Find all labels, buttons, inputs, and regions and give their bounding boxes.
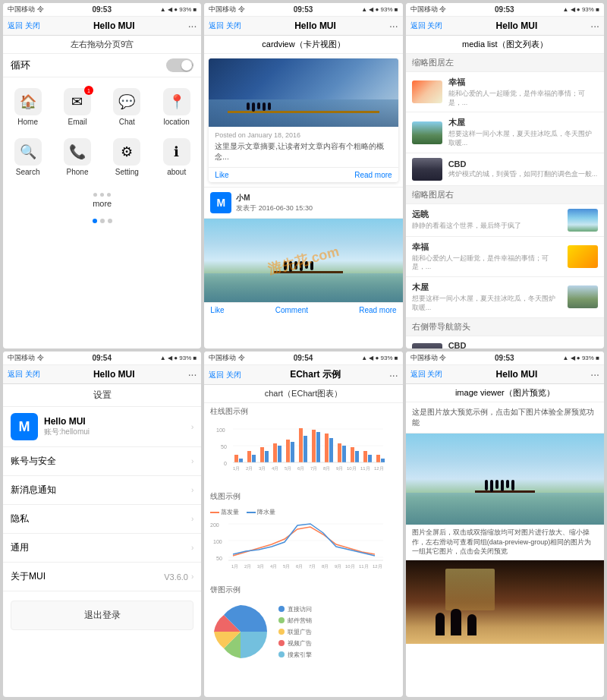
- svg-rect-24: [351, 447, 354, 462]
- settings-item-about[interactable]: 关于MUI V3.6.0 ›: [3, 563, 201, 591]
- card-2-header: M 小M 发表于 2016-06-30 15:30: [204, 187, 402, 219]
- media-thumb-lake: [568, 209, 598, 232]
- page-dot-2[interactable]: [100, 219, 105, 223]
- card-2-like-btn[interactable]: Like: [210, 306, 224, 314]
- more-button-3[interactable]: ···: [590, 20, 599, 32]
- more-button-6[interactable]: ···: [590, 368, 599, 380]
- svg-rect-16: [299, 428, 303, 462]
- svg-rect-6: [234, 455, 238, 462]
- chat-icon-circle: 💬: [113, 88, 140, 115]
- author-name: 小M: [236, 193, 313, 203]
- setting-icon-circle: ⚙: [113, 138, 140, 166]
- pie-label-email: 邮件营销: [288, 616, 312, 625]
- back-button-3[interactable]: 返回 关闭: [410, 20, 443, 31]
- page-dot-1[interactable]: [93, 219, 97, 223]
- icon-search[interactable]: 🔍 Search: [3, 132, 52, 182]
- nav-title-6: Hello MUI: [445, 369, 587, 380]
- media-text-cbd: CBD 烤炉模式的城，到黄昏，如同打翻的调色盒一般...: [448, 159, 598, 179]
- media-item-happy-left[interactable]: 幸福 能和心爱的人一起睡觉，是件幸福的事情；可是，...: [406, 72, 604, 112]
- phone-3: 中国移动 令 09:53 ▲ ◀ ● 93% ■ 返回 关闭 Hello MUI…: [406, 3, 604, 348]
- phone-icon-circle: 📞: [64, 138, 91, 166]
- phone-label: Phone: [67, 168, 89, 176]
- card-2-readmore-btn[interactable]: Read more: [359, 306, 396, 314]
- more-button-1[interactable]: ···: [188, 20, 197, 32]
- page-dot-3[interactable]: [108, 219, 112, 223]
- main-image-interior[interactable]: [406, 560, 604, 644]
- media-desc-cbd: 烤炉模式的城，到黄昏，如同打翻的调色盒一般...: [448, 170, 598, 179]
- media-title-happy: 幸福: [448, 77, 598, 88]
- icon-email[interactable]: ✉ 1 Email: [52, 82, 102, 132]
- icon-home[interactable]: 🏠 Home: [3, 82, 52, 132]
- loop-toggle[interactable]: OFF: [166, 58, 193, 72]
- card-1-desc: 这里显示文章摘要,让读者对文章内容有个粗略的概念...: [215, 141, 392, 162]
- icon-location[interactable]: 📍 location: [152, 82, 201, 132]
- svg-text:3月: 3月: [259, 466, 266, 471]
- main-image-lake[interactable]: [406, 434, 604, 525]
- profile-row[interactable]: M Hello MUI 账号:hellomui ›: [3, 407, 201, 447]
- back-button-4[interactable]: 返回 关闭: [8, 369, 40, 380]
- settings-item-privacy[interactable]: 隐私 ›: [3, 505, 201, 534]
- content-4: 设置 M Hello MUI 账号:hellomui › 账号与安全 › 新消息…: [3, 384, 201, 697]
- settings-item-account[interactable]: 账号与安全 ›: [3, 447, 201, 476]
- media-item-cbd-nav[interactable]: CBD 烤炉模式的城，到黄昏，如同打翻的调色盒一般... ›: [406, 336, 604, 349]
- settings-item-general[interactable]: 通用 ›: [3, 534, 201, 563]
- phone-5: 中国移动 令 09:54 ▲ ◀ ● 93% ■ 返回 关闭 EChart 示例…: [204, 352, 402, 697]
- settings-item-notify[interactable]: 新消息通知 ›: [3, 476, 201, 505]
- line-legend: 蒸发量 降水量: [210, 506, 396, 518]
- svg-rect-8: [247, 451, 251, 462]
- media-title-lake: 远眺: [412, 209, 561, 220]
- svg-text:50: 50: [216, 556, 222, 561]
- card-2-comment-btn[interactable]: Comment: [275, 306, 308, 314]
- media-desc-happy: 能和心爱的人一起睡觉，是件幸福的事情；可是，...: [448, 90, 598, 107]
- pie-legend-search: 搜索引擎: [278, 651, 312, 659]
- svg-rect-12: [273, 443, 277, 462]
- more-button-5[interactable]: ···: [389, 369, 398, 381]
- icon-chat[interactable]: 💬 Chat: [102, 82, 152, 132]
- logout-button[interactable]: 退出登录: [11, 601, 193, 630]
- media-item-cbd-left[interactable]: CBD 烤炉模式的城，到黄昏，如同打翻的调色盒一般...: [406, 153, 604, 186]
- settings-privacy-chevron: ›: [191, 515, 193, 523]
- settings-notify-label: 新消息通知: [11, 484, 56, 497]
- loop-label: 循环: [11, 58, 30, 72]
- email-icon-circle: ✉ 1: [64, 88, 91, 115]
- profile-text: Hello MUI 账号:hellomui: [44, 416, 90, 437]
- media-thumb-cbd: [412, 158, 442, 181]
- svg-text:9月: 9月: [336, 466, 343, 471]
- content-5: chart（EChart图表） 柱线图示例 100 50 0: [204, 385, 402, 697]
- settings-account-chevron: ›: [191, 457, 193, 465]
- settings-title: 设置: [3, 384, 201, 407]
- back-button-2[interactable]: 返回 关闭: [209, 20, 241, 31]
- media-item-cabin-left[interactable]: 木屋 想要这样一间小木屋，夏天挂冰吃瓜，冬天围炉取暖...: [406, 112, 604, 153]
- svg-rect-10: [260, 447, 264, 462]
- card-1-like-btn[interactable]: Like: [215, 171, 228, 179]
- card-1-readmore-btn[interactable]: Read more: [354, 171, 392, 179]
- svg-rect-9: [252, 455, 256, 462]
- toggle-knob: [181, 60, 192, 71]
- back-button-6[interactable]: 返回 关闭: [410, 369, 443, 380]
- time-4: 09:54: [92, 354, 112, 362]
- nav-title-3: Hello MUI: [445, 20, 587, 31]
- media-item-cabin-right[interactable]: 木屋 想要这样一间小木屋，夏天挂冰吃瓜，冬天围炉取暖...: [406, 277, 604, 317]
- icon-setting[interactable]: ⚙ Setting: [102, 132, 152, 182]
- phone-1: 中国移动 令 09:53 ▲ ◀ ● 93% ■ 返回 关闭 Hello MUI…: [3, 3, 201, 348]
- icon-phone[interactable]: 📞 Phone: [52, 132, 102, 182]
- svg-rect-28: [376, 455, 380, 462]
- media-item-lake-right[interactable]: 远眺 静静的看着这个世界，最后终于疯了: [406, 204, 604, 237]
- svg-text:4月: 4月: [272, 466, 278, 471]
- media-item-happy-right[interactable]: 幸福 能和心爱的人一起睡觉，是件幸福的事情；可是，...: [406, 237, 604, 277]
- more-button-2[interactable]: ···: [389, 20, 398, 32]
- back-button-1[interactable]: 返回 关闭: [8, 20, 40, 31]
- card-1-body: Posted on January 18, 2016 这里显示文章摘要,让读者对…: [209, 127, 398, 167]
- icon-about[interactable]: ℹ about: [152, 132, 201, 182]
- content-3: media list（图文列表） 缩略图居左 幸福 能和心爱的人一起睡觉，是件幸…: [406, 36, 604, 348]
- more-label: more: [93, 199, 112, 208]
- media-desc-cabin-r: 想要这样一间小木屋，夏天挂冰吃瓜，冬天围炉取暖...: [412, 295, 561, 312]
- icon-grid: 🏠 Home ✉ 1 Email 💬 Chat 📍: [3, 77, 201, 187]
- settings-about-label: 关于MUI: [11, 570, 46, 583]
- more-button-4[interactable]: ···: [188, 368, 197, 380]
- more-row: more: [3, 187, 201, 214]
- back-button-5[interactable]: 返回 关闭: [209, 370, 241, 380]
- line-chart-label: 线图示例: [204, 488, 402, 505]
- card-1: Posted on January 18, 2016 这里显示文章摘要,让读者对…: [209, 58, 398, 182]
- dot-1: [93, 193, 97, 197]
